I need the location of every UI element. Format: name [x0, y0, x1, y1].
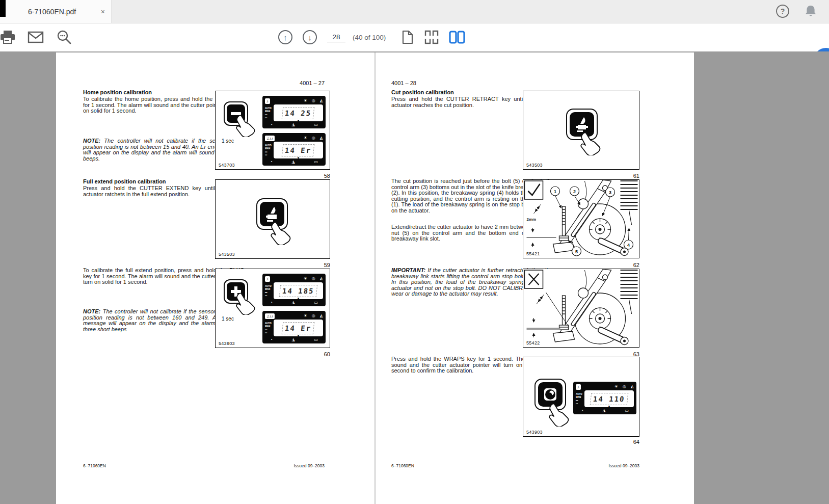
window-corner: [0, 0, 6, 17]
wagon-icon: ▭: [314, 300, 318, 305]
lcd-screen: 14 110 ▼: [584, 390, 634, 407]
email-icon: [28, 31, 44, 44]
print-button[interactable]: [0, 30, 15, 45]
bale-eject-icon: ◎: [623, 384, 626, 389]
previous-page-button[interactable]: ↑: [278, 30, 292, 44]
bale-side-icon: ▬: [265, 113, 274, 116]
page-divider: [375, 52, 376, 504]
callout-4: 4: [627, 243, 630, 248]
auto-label: AUTO: [576, 393, 584, 395]
alarm-icon: ◔: [270, 122, 273, 127]
lcd-screen: 14 25 ▼: [274, 104, 323, 121]
pointer-marker-icon: ▼: [297, 119, 300, 122]
work-light-icon: ☀: [614, 384, 618, 389]
press-duration-label: 1 sec: [222, 138, 234, 144]
wrap-side-icon: ▭: [576, 402, 584, 405]
bale-eject-icon: ◎: [312, 313, 315, 319]
figure-code: 543703: [219, 163, 235, 168]
email-button[interactable]: [28, 31, 44, 44]
pressing-hand-icon: [269, 222, 292, 245]
control-display-normal: ♪ ☀◎◭ AUTOMAN▬▭ 14 110 ▼ ◔◮▭: [573, 382, 636, 414]
section-heading-cut-position: Cut position calibration: [391, 89, 454, 95]
lcd-screen: 14 185 ▼: [274, 282, 323, 299]
pdf-toolbar: ↑ ↓ (40 of 100): [0, 23, 829, 52]
knife-top-icon: ◭: [320, 313, 323, 319]
figure-code: 543803: [219, 341, 235, 346]
cutter-pointer-icon: ◮: [292, 337, 295, 342]
wagon-icon: ▭: [314, 122, 318, 127]
bale-side-icon: ▬: [265, 328, 274, 331]
man-label: MAN: [265, 325, 274, 328]
control-display-normal: ♪ ☀◎◭ AUTOMAN▬▭ 14 25 ▼ ◔◮▭: [262, 96, 326, 128]
lcd-screen: 14 Er ▼: [274, 320, 323, 336]
figure-61-frame: 543503: [523, 91, 639, 170]
two-page-view-icon: [449, 31, 465, 44]
pointer-marker-icon: ▼: [297, 297, 300, 300]
single-page-view-button[interactable]: [401, 30, 414, 44]
cutter-retract-icon: [573, 116, 591, 133]
cutter-extend-icon: [263, 205, 281, 223]
notifications-bell-icon[interactable]: [804, 4, 818, 20]
lcd-value: 14 25: [282, 107, 315, 119]
wrap-side-icon: ▭: [265, 153, 274, 156]
control-display-error: ♫♪♪ ☀◎◭ AUTOMAN▬▭ 14 Er ▼ ◔◮▭: [262, 133, 326, 166]
figure-58-frame: 1 sec ♪ ☀◎◭ AUTOMAN▬▭ 14 25 ▼ ◔◮▭ ♫♪♪: [215, 91, 330, 170]
work-light-icon: ☀: [304, 313, 307, 319]
callout-5: 5: [575, 249, 578, 254]
cutter-pointer-icon: ◮: [292, 122, 295, 127]
section-heading-full-extend: Full extend position calibration: [83, 178, 166, 184]
bale-eject-icon: ◎: [312, 276, 315, 281]
music-note-icon: ♪: [576, 384, 581, 390]
knife-top-icon: ◭: [320, 276, 323, 281]
callout-1: 1: [554, 189, 556, 194]
cutter-pointer-icon: ◮: [292, 160, 295, 164]
alarm-icon: ◔: [270, 300, 273, 305]
zoom-button[interactable]: [56, 29, 72, 45]
knife-top-icon: ◭: [320, 136, 323, 141]
toolbar-center-group: ↑ ↓ (40 of 100): [278, 23, 465, 51]
pdf-tab[interactable]: 6-71060EN.pdf ×: [0, 0, 112, 23]
wrap-side-icon: ▭: [265, 116, 274, 119]
control-display-normal: ♪ ☀◎◭ AUTOMAN▬▭ 14 185 ▼ ◔◮▭: [262, 274, 326, 306]
alarm-icon: ◔: [270, 160, 273, 164]
pressing-hand-icon: [234, 293, 256, 315]
figure-60-frame: 1 sec ♪ ☀◎◭ AUTOMAN▬▭ 14 185 ▼ ◔◮▭ ♫♪♪: [215, 269, 330, 348]
auto-label: AUTO: [265, 322, 274, 325]
figure-62-frame: 1 2 3 4 5 2mm 55421: [523, 179, 639, 258]
two-page-view-button[interactable]: [449, 31, 465, 44]
press-duration-label: 1 sec: [222, 316, 234, 322]
help-icon[interactable]: ?: [776, 5, 789, 18]
knife-linkage-diagram-correct: 1 2 3 4 5 2mm: [523, 180, 639, 258]
music-note-icon: ♪: [265, 276, 270, 282]
cutter-pointer-icon: ◮: [292, 300, 295, 305]
toolbar-left-group: [0, 23, 72, 51]
page-number-input[interactable]: [327, 32, 345, 42]
pointer-marker-icon: ▼: [297, 156, 300, 160]
tab-title: 6-71060EN.pdf: [28, 8, 101, 16]
figure-code: 55422: [526, 340, 540, 346]
wagon-icon: ▭: [625, 408, 629, 413]
next-page-button[interactable]: ↓: [303, 30, 317, 44]
alarm-icon: ◔: [581, 408, 583, 413]
man-label: MAN: [265, 288, 274, 290]
knife-top-icon: ◭: [631, 384, 634, 389]
wagon-icon: ▭: [314, 160, 318, 164]
wraps-icon: [542, 386, 559, 403]
page-reference: 4001 – 27: [263, 80, 325, 86]
man-label: MAN: [265, 110, 274, 113]
figure-number: 62: [619, 262, 639, 268]
document-viewport[interactable]: 4001 – 27 Home position calibration To c…: [0, 51, 829, 504]
continuous-scroll-view-button[interactable]: [424, 30, 439, 44]
man-label: MAN: [265, 147, 274, 150]
bale-side-icon: ▬: [265, 291, 274, 294]
tab-close-icon[interactable]: ×: [101, 8, 105, 15]
music-notes-icon: ♫♪♪: [265, 313, 275, 319]
auto-label: AUTO: [265, 107, 274, 110]
lcd-value: 14 Er: [282, 144, 315, 156]
wrap-side-icon: ▭: [265, 331, 274, 334]
bale-eject-icon: ◎: [312, 98, 315, 103]
figure-number: 60: [310, 351, 330, 357]
pointer-marker-icon: ▼: [297, 334, 300, 337]
work-light-icon: ☀: [304, 276, 307, 281]
lcd-value: 14 110: [590, 393, 628, 405]
